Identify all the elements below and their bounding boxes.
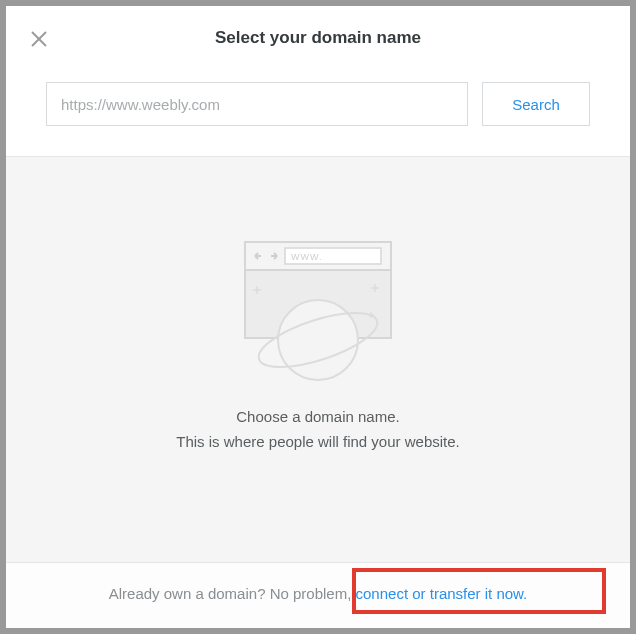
domain-modal: Select your domain name Search WWW. [6, 6, 630, 628]
svg-text:WWW.: WWW. [291, 252, 323, 262]
search-button[interactable]: Search [482, 82, 590, 126]
modal-title: Select your domain name [30, 28, 606, 48]
browser-planet-illustration: WWW. [223, 230, 413, 390]
search-section: Search [6, 68, 630, 157]
close-icon[interactable] [30, 30, 48, 48]
modal-footer: Already own a domain? No problem, connec… [6, 562, 630, 628]
modal-header: Select your domain name [6, 6, 630, 68]
connect-transfer-link[interactable]: connect or transfer it now. [356, 585, 528, 602]
empty-subheading: This is where people will find your webs… [176, 433, 459, 450]
svg-point-6 [278, 300, 358, 380]
empty-state: WWW. Choose a domain name. This is where… [6, 157, 630, 562]
empty-heading: Choose a domain name. [236, 408, 399, 425]
domain-input[interactable] [46, 82, 468, 126]
footer-prefix: Already own a domain? No problem, [109, 585, 356, 602]
